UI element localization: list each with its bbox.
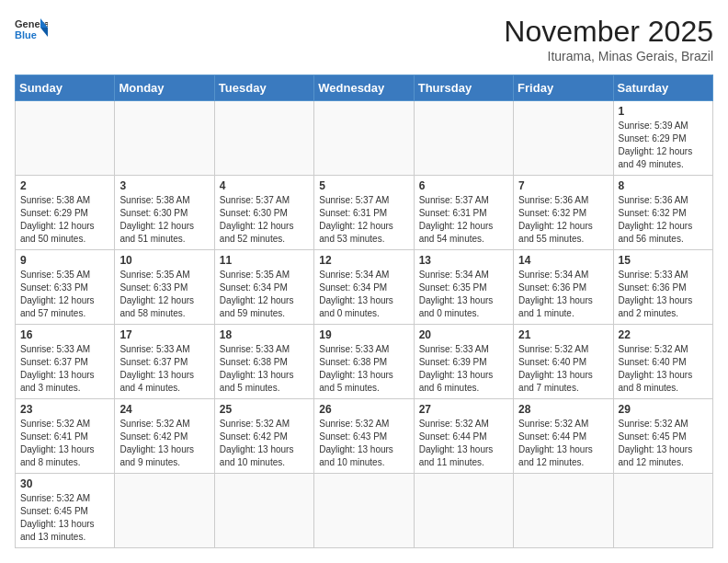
- day-cell: [514, 101, 613, 176]
- day-info: Sunrise: 5:34 AM Sunset: 6:36 PM Dayligh…: [518, 269, 608, 320]
- day-header-saturday: Saturday: [613, 75, 712, 101]
- day-info: Sunrise: 5:32 AM Sunset: 6:44 PM Dayligh…: [419, 418, 508, 469]
- title-block: November 2025 Iturama, Minas Gerais, Bra…: [504, 15, 713, 63]
- day-number: 14: [518, 254, 608, 267]
- day-info: Sunrise: 5:34 AM Sunset: 6:35 PM Dayligh…: [419, 269, 508, 320]
- day-cell: [214, 474, 313, 548]
- day-info: Sunrise: 5:32 AM Sunset: 6:40 PM Dayligh…: [619, 343, 708, 395]
- logo-icon: General Blue: [15, 15, 48, 48]
- day-headers-row: SundayMondayTuesdayWednesdayThursdayFrid…: [16, 75, 713, 101]
- day-info: Sunrise: 5:35 AM Sunset: 6:33 PM Dayligh…: [20, 269, 109, 320]
- day-number: 10: [119, 254, 209, 267]
- day-info: Sunrise: 5:32 AM Sunset: 6:44 PM Dayligh…: [518, 418, 608, 469]
- day-cell: 27Sunrise: 5:32 AM Sunset: 6:44 PM Dayli…: [414, 399, 513, 474]
- day-cell: 3Sunrise: 5:38 AM Sunset: 6:30 PM Daylig…: [115, 176, 214, 250]
- day-cell: 13Sunrise: 5:34 AM Sunset: 6:35 PM Dayli…: [414, 250, 513, 325]
- day-info: Sunrise: 5:36 AM Sunset: 6:32 PM Dayligh…: [518, 194, 608, 246]
- day-cell: 18Sunrise: 5:33 AM Sunset: 6:38 PM Dayli…: [214, 325, 313, 399]
- day-number: 12: [319, 254, 408, 267]
- day-info: Sunrise: 5:33 AM Sunset: 6:37 PM Dayligh…: [20, 343, 109, 395]
- day-number: 11: [220, 254, 309, 267]
- day-number: 22: [619, 328, 708, 341]
- day-cell: 10Sunrise: 5:35 AM Sunset: 6:33 PM Dayli…: [115, 250, 214, 325]
- day-number: 2: [20, 179, 109, 192]
- day-info: Sunrise: 5:37 AM Sunset: 6:31 PM Dayligh…: [319, 194, 408, 246]
- day-header-thursday: Thursday: [414, 75, 513, 101]
- day-cell: [414, 101, 513, 176]
- svg-text:Blue: Blue: [15, 29, 37, 40]
- day-cell: [613, 474, 712, 548]
- day-info: Sunrise: 5:33 AM Sunset: 6:38 PM Dayligh…: [220, 343, 309, 395]
- day-cell: 5Sunrise: 5:37 AM Sunset: 6:31 PM Daylig…: [314, 176, 414, 250]
- day-number: 24: [119, 403, 209, 416]
- day-cell: 22Sunrise: 5:32 AM Sunset: 6:40 PM Dayli…: [613, 325, 712, 399]
- day-cell: 26Sunrise: 5:32 AM Sunset: 6:43 PM Dayli…: [314, 399, 414, 474]
- day-cell: 11Sunrise: 5:35 AM Sunset: 6:34 PM Dayli…: [214, 250, 313, 325]
- location: Iturama, Minas Gerais, Brazil: [504, 49, 713, 63]
- week-row-1: 1Sunrise: 5:39 AM Sunset: 6:29 PM Daylig…: [16, 101, 713, 176]
- day-cell: [115, 474, 214, 548]
- day-number: 20: [419, 328, 508, 341]
- day-number: 23: [20, 403, 109, 416]
- day-header-sunday: Sunday: [16, 75, 115, 101]
- day-info: Sunrise: 5:33 AM Sunset: 6:37 PM Dayligh…: [119, 343, 209, 395]
- day-info: Sunrise: 5:37 AM Sunset: 6:31 PM Dayligh…: [419, 194, 508, 246]
- day-cell: [514, 474, 613, 548]
- day-info: Sunrise: 5:33 AM Sunset: 6:39 PM Dayligh…: [419, 343, 508, 395]
- day-header-tuesday: Tuesday: [214, 75, 313, 101]
- week-row-3: 9Sunrise: 5:35 AM Sunset: 6:33 PM Daylig…: [16, 250, 713, 325]
- day-number: 3: [119, 179, 209, 192]
- week-row-4: 16Sunrise: 5:33 AM Sunset: 6:37 PM Dayli…: [16, 325, 713, 399]
- day-number: 6: [419, 179, 508, 192]
- day-info: Sunrise: 5:32 AM Sunset: 6:42 PM Dayligh…: [119, 418, 209, 469]
- day-cell: 20Sunrise: 5:33 AM Sunset: 6:39 PM Dayli…: [414, 325, 513, 399]
- day-cell: [314, 474, 414, 548]
- day-number: 27: [419, 403, 508, 416]
- day-number: 13: [419, 254, 508, 267]
- day-info: Sunrise: 5:34 AM Sunset: 6:34 PM Dayligh…: [319, 269, 408, 320]
- calendar-table: SundayMondayTuesdayWednesdayThursdayFrid…: [15, 75, 713, 548]
- day-cell: [314, 101, 414, 176]
- day-cell: 8Sunrise: 5:36 AM Sunset: 6:32 PM Daylig…: [613, 176, 712, 250]
- day-cell: 7Sunrise: 5:36 AM Sunset: 6:32 PM Daylig…: [514, 176, 613, 250]
- day-info: Sunrise: 5:38 AM Sunset: 6:29 PM Dayligh…: [20, 194, 109, 246]
- day-header-monday: Monday: [115, 75, 214, 101]
- day-info: Sunrise: 5:37 AM Sunset: 6:30 PM Dayligh…: [220, 194, 309, 246]
- day-cell: 4Sunrise: 5:37 AM Sunset: 6:30 PM Daylig…: [214, 176, 313, 250]
- day-cell: 21Sunrise: 5:32 AM Sunset: 6:40 PM Dayli…: [514, 325, 613, 399]
- week-row-6: 30Sunrise: 5:32 AM Sunset: 6:45 PM Dayli…: [16, 474, 713, 548]
- day-number: 9: [20, 254, 109, 267]
- day-number: 30: [20, 477, 109, 490]
- day-info: Sunrise: 5:38 AM Sunset: 6:30 PM Dayligh…: [119, 194, 209, 246]
- day-number: 28: [518, 403, 608, 416]
- day-number: 8: [619, 179, 708, 192]
- month-title: November 2025: [504, 15, 713, 49]
- day-info: Sunrise: 5:35 AM Sunset: 6:33 PM Dayligh…: [119, 269, 209, 320]
- day-cell: [214, 101, 313, 176]
- day-number: 15: [619, 254, 708, 267]
- day-info: Sunrise: 5:32 AM Sunset: 6:45 PM Dayligh…: [20, 492, 109, 544]
- page-header: General Blue November 2025 Iturama, Mina…: [15, 15, 713, 63]
- day-number: 16: [20, 328, 109, 341]
- day-number: 26: [319, 403, 408, 416]
- day-cell: 16Sunrise: 5:33 AM Sunset: 6:37 PM Dayli…: [16, 325, 115, 399]
- day-info: Sunrise: 5:32 AM Sunset: 6:41 PM Dayligh…: [20, 418, 109, 469]
- day-info: Sunrise: 5:32 AM Sunset: 6:42 PM Dayligh…: [220, 418, 309, 469]
- day-number: 17: [119, 328, 209, 341]
- day-number: 19: [319, 328, 408, 341]
- day-number: 5: [319, 179, 408, 192]
- week-row-2: 2Sunrise: 5:38 AM Sunset: 6:29 PM Daylig…: [16, 176, 713, 250]
- day-cell: 30Sunrise: 5:32 AM Sunset: 6:45 PM Dayli…: [16, 474, 115, 548]
- day-cell: 19Sunrise: 5:33 AM Sunset: 6:38 PM Dayli…: [314, 325, 414, 399]
- day-cell: [414, 474, 513, 548]
- day-cell: 1Sunrise: 5:39 AM Sunset: 6:29 PM Daylig…: [613, 101, 712, 176]
- day-number: 25: [220, 403, 309, 416]
- day-cell: 9Sunrise: 5:35 AM Sunset: 6:33 PM Daylig…: [16, 250, 115, 325]
- day-info: Sunrise: 5:32 AM Sunset: 6:43 PM Dayligh…: [319, 418, 408, 469]
- day-cell: 28Sunrise: 5:32 AM Sunset: 6:44 PM Dayli…: [514, 399, 613, 474]
- day-info: Sunrise: 5:35 AM Sunset: 6:34 PM Dayligh…: [220, 269, 309, 320]
- day-cell: 12Sunrise: 5:34 AM Sunset: 6:34 PM Dayli…: [314, 250, 414, 325]
- day-info: Sunrise: 5:33 AM Sunset: 6:38 PM Dayligh…: [319, 343, 408, 395]
- week-row-5: 23Sunrise: 5:32 AM Sunset: 6:41 PM Dayli…: [16, 399, 713, 474]
- day-info: Sunrise: 5:32 AM Sunset: 6:45 PM Dayligh…: [619, 418, 708, 469]
